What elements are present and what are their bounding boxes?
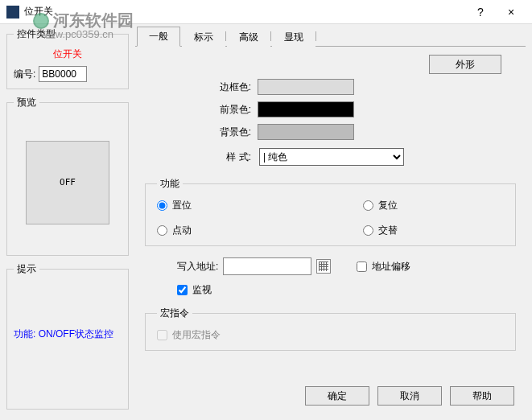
dialog-content: 控件类型 位开关 编号: 预览 OFF 提示 功能: ON/OFF状态监控 一般… — [0, 24, 532, 420]
tab-panel-general: 外形 边框色: 前景色: 背景色: 样 式: | 纯色 功能 — [135, 55, 526, 380]
preview-swatch: OFF — [26, 141, 109, 224]
use-macro-checkbox-row[interactable]: 使用宏指令 — [157, 328, 504, 342]
cancel-button[interactable]: 取消 — [377, 386, 442, 406]
hint-legend: 提示 — [14, 262, 39, 276]
use-macro-checkbox — [157, 330, 167, 340]
titlebar: 位开关 ? × — [0, 0, 532, 24]
macro-group: 宏指令 使用宏指令 — [145, 307, 516, 351]
tab-bar: 一般 标示 高级 显现 — [135, 27, 526, 47]
fg-color-swatch[interactable] — [258, 101, 354, 117]
keypad-icon[interactable] — [316, 259, 331, 274]
radio-toggle[interactable]: 交替 — [363, 224, 505, 237]
tab-mark[interactable]: 标示 — [182, 27, 225, 47]
tab-general[interactable]: 一般 — [137, 27, 180, 47]
dialog-buttons: 确定 取消 帮助 — [135, 380, 526, 414]
addr-offset-label: 地址偏移 — [372, 260, 410, 274]
control-type-value: 位开关 — [14, 47, 122, 61]
app-icon — [6, 6, 19, 19]
fg-color-label: 前景色: — [193, 103, 258, 117]
border-color-swatch[interactable] — [258, 79, 354, 95]
radio-set[interactable]: 置位 — [157, 199, 299, 212]
ok-button[interactable]: 确定 — [305, 386, 369, 406]
radio-jog[interactable]: 点动 — [157, 224, 299, 237]
monitor-label: 监视 — [192, 283, 212, 297]
tab-display[interactable]: 显现 — [272, 27, 315, 47]
preview-group: 预览 OFF — [6, 96, 129, 256]
control-type-group: 控件类型 位开关 编号: — [6, 27, 129, 89]
monitor-checkbox[interactable] — [177, 285, 188, 295]
preview-legend: 预览 — [14, 96, 39, 109]
function-legend: 功能 — [157, 177, 183, 191]
write-addr-input[interactable] — [223, 257, 311, 275]
close-title-button[interactable]: × — [503, 4, 519, 20]
style-label: 样 式: — [193, 150, 258, 164]
id-input[interactable] — [39, 66, 87, 82]
write-addr-label: 写入地址: — [177, 260, 218, 274]
window-title: 位开关 — [24, 5, 472, 19]
right-column: 一般 标示 高级 显现 外形 边框色: 前景色: 背景色: 样 式: — [135, 27, 526, 414]
tab-advanced[interactable]: 高级 — [227, 27, 270, 47]
hint-text: 功能: ON/OFF状态监控 — [14, 282, 122, 342]
help-button[interactable]: 帮助 — [450, 386, 514, 406]
id-label: 编号: — [14, 68, 35, 81]
control-type-legend: 控件类型 — [14, 27, 59, 41]
radio-reset[interactable]: 复位 — [363, 199, 505, 212]
border-color-label: 边框色: — [193, 80, 258, 94]
shape-button[interactable]: 外形 — [429, 55, 501, 74]
bg-color-swatch[interactable] — [258, 124, 354, 140]
addr-offset-checkbox[interactable] — [357, 261, 367, 272]
help-title-button[interactable]: ? — [472, 4, 489, 20]
left-column: 控件类型 位开关 编号: 预览 OFF 提示 功能: ON/OFF状态监控 — [6, 27, 129, 414]
use-macro-label: 使用宏指令 — [172, 328, 221, 342]
macro-legend: 宏指令 — [157, 307, 192, 320]
bg-color-label: 背景色: — [193, 126, 258, 139]
hint-group: 提示 功能: ON/OFF状态监控 — [6, 262, 129, 410]
function-group: 功能 置位 复位 点动 交替 — [145, 177, 516, 246]
style-select[interactable]: | 纯色 — [259, 148, 404, 166]
